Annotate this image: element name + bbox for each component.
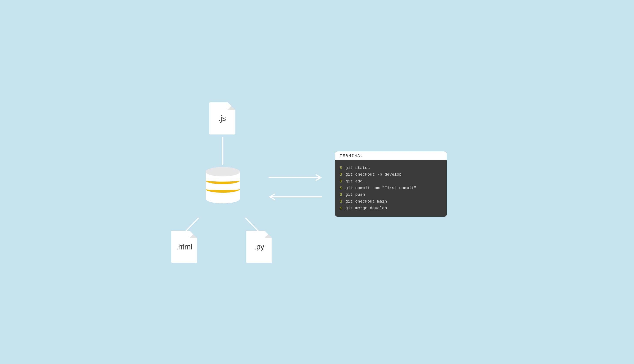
prompt-icon: $: [340, 186, 342, 190]
prompt-icon: $: [340, 206, 342, 210]
terminal-line-1: $ git checkout -b develop: [340, 171, 442, 178]
terminal-cmd-4: git push: [346, 192, 365, 197]
arrow-left-icon: [268, 194, 322, 200]
file-py-icon: .py: [246, 231, 272, 263]
file-js-label: .js: [218, 114, 226, 123]
terminal-cmd-5: git checkout main: [346, 199, 387, 204]
terminal-line-5: $ git checkout main: [340, 198, 442, 205]
terminal-body: $ git status $ git checkout -b develop $…: [335, 160, 447, 217]
terminal-line-6: $ git merge develop: [340, 205, 442, 212]
terminal-line-2: $ git add .: [340, 178, 442, 185]
database-icon: [206, 167, 240, 204]
file-html-icon: .html: [171, 231, 197, 263]
arrow-right-icon: [268, 174, 322, 181]
prompt-icon: $: [340, 192, 342, 197]
diagram-canvas: .js .html .py TERMINAL $ git status $: [150, 86, 484, 278]
terminal-window: TERMINAL $ git status $ git checkout -b …: [335, 152, 447, 217]
file-js-icon: .js: [209, 102, 235, 134]
terminal-cmd-6: git merge develop: [346, 206, 387, 210]
prompt-icon: $: [340, 179, 342, 184]
prompt-icon: $: [340, 199, 342, 204]
file-py-label: .py: [254, 242, 264, 251]
prompt-icon: $: [340, 166, 342, 170]
terminal-title: TERMINAL: [335, 152, 447, 160]
file-html-label: .html: [176, 242, 192, 251]
terminal-cmd-0: git status: [346, 166, 370, 170]
terminal-line-3: $ git commit -am "First commit": [340, 185, 442, 192]
terminal-cmd-2: git add .: [346, 179, 368, 184]
terminal-line-0: $ git status: [340, 165, 442, 171]
terminal-cmd-1: git checkout -b develop: [346, 172, 402, 177]
connector-js-db: [222, 137, 223, 165]
terminal-line-4: $ git push: [340, 192, 442, 198]
prompt-icon: $: [340, 172, 342, 177]
terminal-cmd-3: git commit -am "First commit": [346, 186, 416, 190]
